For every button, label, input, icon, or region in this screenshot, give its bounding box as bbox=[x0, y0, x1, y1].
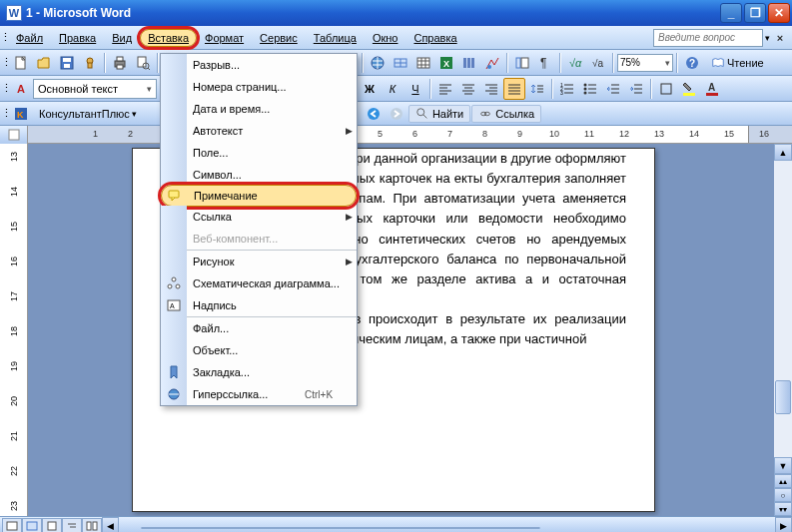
svg-rect-7 bbox=[117, 57, 123, 61]
svg-rect-8 bbox=[117, 65, 123, 69]
menu-item-file[interactable]: Файл... bbox=[161, 317, 357, 339]
underline-button[interactable]: Ч bbox=[404, 78, 426, 100]
columns-button[interactable] bbox=[458, 52, 480, 74]
print-preview-button[interactable] bbox=[132, 52, 154, 74]
save-button[interactable] bbox=[56, 52, 78, 74]
view-switch-bar: ◀ ▶ bbox=[0, 516, 792, 532]
equation-alpha-button[interactable]: √α bbox=[564, 52, 586, 74]
menu-item-reference[interactable]: Ссылка▶ bbox=[161, 206, 357, 228]
menu-item-field[interactable]: Поле... bbox=[161, 142, 357, 164]
insert-menu-dropdown: Разрыв... Номера страниц... Дата и время… bbox=[160, 53, 358, 406]
align-left-button[interactable] bbox=[434, 78, 456, 100]
menu-item-textbox[interactable]: AНадпись bbox=[161, 294, 357, 316]
hyperlink-toolbar-button[interactable] bbox=[367, 52, 389, 74]
menu-item-hyperlink[interactable]: Гиперссылка...Ctrl+K bbox=[161, 383, 357, 405]
hyperlink-icon bbox=[167, 387, 181, 401]
equation-button[interactable]: √a bbox=[587, 52, 609, 74]
outline-view-button[interactable] bbox=[62, 518, 82, 533]
konsultant-combo[interactable]: КонсультантПлюс bbox=[33, 105, 143, 123]
justify-button[interactable] bbox=[503, 78, 525, 100]
konsultant-icon[interactable]: K bbox=[10, 103, 32, 125]
help-button[interactable]: ? bbox=[681, 52, 703, 74]
menu-item-bookmark[interactable]: Закладка... bbox=[161, 361, 357, 383]
menu-item-page-numbers[interactable]: Номера страниц... bbox=[161, 76, 357, 98]
vertical-scrollbar[interactable]: ▲ ▼ ▴▴ ○ ▾▾ bbox=[774, 144, 792, 516]
next-page-button[interactable]: ▾▾ bbox=[774, 502, 792, 516]
find-button[interactable]: Найти bbox=[408, 105, 470, 123]
document-area[interactable]: утри данной организации в другие оформля… bbox=[28, 144, 774, 516]
menu-edit[interactable]: Правка bbox=[51, 29, 104, 47]
decrease-indent-button[interactable] bbox=[602, 78, 624, 100]
read-mode-button[interactable]: Чтение bbox=[704, 53, 771, 73]
help-search-input[interactable] bbox=[653, 29, 763, 47]
browse-object-button[interactable]: ○ bbox=[774, 488, 792, 502]
scroll-thumb[interactable] bbox=[775, 380, 791, 414]
doc-map-button[interactable] bbox=[511, 52, 533, 74]
align-right-button[interactable] bbox=[480, 78, 502, 100]
h-scroll-thumb[interactable] bbox=[141, 527, 540, 529]
menu-insert[interactable]: Вставка bbox=[140, 29, 197, 47]
drawing-toolbar-button[interactable] bbox=[481, 52, 503, 74]
svg-point-69 bbox=[584, 83, 587, 86]
menu-file[interactable]: Файл bbox=[8, 29, 51, 47]
horizontal-ruler[interactable]: 1 2 1 1 2 3 4 5 6 7 8 9 10 11 12 13 14 1… bbox=[0, 126, 792, 144]
show-marks-button[interactable]: ¶ bbox=[534, 52, 556, 74]
web-layout-button[interactable] bbox=[22, 518, 42, 533]
menu-tools[interactable]: Сервис bbox=[252, 29, 306, 47]
styles-pane-button[interactable]: A bbox=[10, 78, 32, 100]
borders-button[interactable] bbox=[655, 78, 677, 100]
print-button[interactable] bbox=[109, 52, 131, 74]
svg-text:√a: √a bbox=[592, 58, 603, 69]
link-button[interactable]: Ссылка bbox=[471, 105, 541, 123]
menu-item-diagram[interactable]: Схематическая диаграмма... bbox=[161, 272, 357, 294]
menu-item-object[interactable]: Объект... bbox=[161, 339, 357, 361]
svg-text:K: K bbox=[17, 110, 24, 120]
normal-view-button[interactable] bbox=[2, 518, 22, 533]
bold-button[interactable]: Ж bbox=[359, 78, 381, 100]
back-button[interactable] bbox=[363, 103, 385, 125]
vertical-ruler[interactable]: 13 14 15 16 17 18 19 20 21 22 23 bbox=[0, 144, 28, 516]
scroll-down-button[interactable]: ▼ bbox=[774, 457, 792, 474]
scroll-up-button[interactable]: ▲ bbox=[774, 144, 792, 161]
menu-help[interactable]: Справка bbox=[405, 29, 464, 47]
insert-table-button[interactable] bbox=[412, 52, 434, 74]
menu-window[interactable]: Окно bbox=[365, 29, 406, 47]
menu-view[interactable]: Вид bbox=[104, 29, 140, 47]
menu-item-break[interactable]: Разрыв... bbox=[161, 54, 357, 76]
zoom-combo[interactable]: 75% bbox=[617, 54, 673, 72]
forward-button[interactable] bbox=[386, 103, 407, 125]
tables-borders-button[interactable] bbox=[390, 52, 411, 74]
prev-page-button[interactable]: ▴▴ bbox=[774, 474, 792, 488]
numbering-button[interactable]: 123 bbox=[556, 78, 578, 100]
font-color-button[interactable]: A bbox=[701, 78, 723, 100]
menu-item-web-component: Веб-компонент... bbox=[161, 228, 357, 250]
increase-indent-button[interactable] bbox=[625, 78, 647, 100]
menu-item-picture[interactable]: Рисунок▶ bbox=[161, 251, 357, 272]
line-spacing-button[interactable] bbox=[526, 78, 548, 100]
open-button[interactable] bbox=[33, 52, 55, 74]
menu-item-symbol[interactable]: Символ... bbox=[161, 164, 357, 186]
excel-button[interactable]: X bbox=[435, 52, 457, 74]
menu-item-comment[interactable]: Примечание bbox=[161, 185, 357, 207]
highlight-button[interactable] bbox=[678, 78, 700, 100]
svg-rect-34 bbox=[467, 58, 470, 68]
close-button[interactable]: ✕ bbox=[768, 3, 790, 23]
bullets-button[interactable] bbox=[579, 78, 601, 100]
reading-layout-button[interactable] bbox=[82, 518, 102, 533]
scroll-left-button[interactable]: ◀ bbox=[102, 517, 119, 532]
align-center-button[interactable] bbox=[457, 78, 479, 100]
minimize-button[interactable]: _ bbox=[720, 3, 742, 23]
print-layout-button[interactable] bbox=[42, 518, 62, 533]
italic-button[interactable]: К bbox=[382, 78, 403, 100]
new-doc-button[interactable] bbox=[10, 52, 32, 74]
doc-close-button[interactable]: × bbox=[772, 30, 788, 46]
menu-format[interactable]: Формат bbox=[197, 29, 252, 47]
maximize-button[interactable]: ❐ bbox=[744, 3, 766, 23]
scroll-right-button[interactable]: ▶ bbox=[775, 517, 792, 532]
menu-table[interactable]: Таблица bbox=[306, 29, 365, 47]
menu-item-autotext[interactable]: Автотекст▶ bbox=[161, 120, 357, 142]
permission-button[interactable] bbox=[79, 52, 101, 74]
style-combo[interactable]: Основной текст bbox=[33, 79, 157, 99]
scroll-track[interactable] bbox=[774, 161, 792, 457]
menu-item-date-time[interactable]: Дата и время... bbox=[161, 98, 357, 120]
